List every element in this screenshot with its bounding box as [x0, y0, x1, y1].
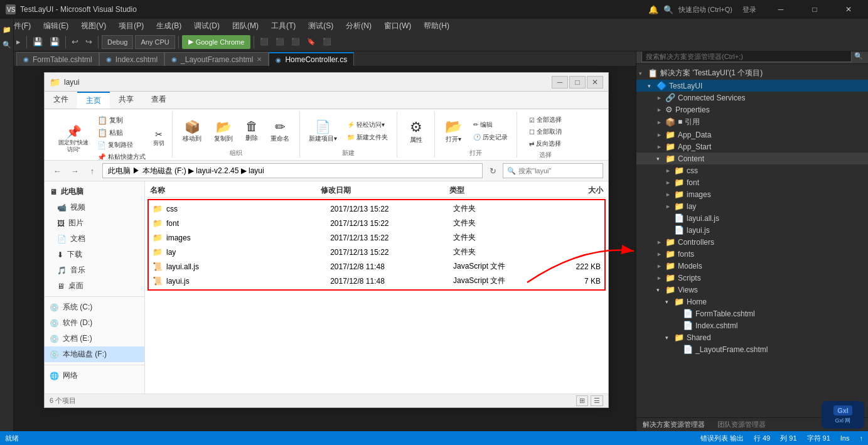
debug-mode-dropdown[interactable]: Debug	[102, 35, 133, 49]
menu-edit[interactable]: 编辑(E)	[37, 19, 75, 33]
ribbon-btn-delete[interactable]: 🗑删除	[240, 118, 263, 144]
ribbon-btn-newfolder[interactable]: 📁新建文件夹	[343, 132, 392, 143]
nav-item-network[interactable]: 🌐网络	[45, 368, 144, 383]
ribbon-btn-moveto[interactable]: 📦移动到	[178, 118, 206, 144]
menu-analyze[interactable]: 分析(N)	[340, 19, 378, 33]
login-label[interactable]: 登录	[737, 5, 761, 14]
se-item-font[interactable]: ► 📁 font	[636, 176, 868, 188]
ribbon-tab-view[interactable]: 查看	[142, 92, 175, 109]
ribbon-btn-cut[interactable]: ✂ 剪切	[151, 128, 167, 149]
menu-team[interactable]: 团队(M)	[226, 19, 265, 33]
fe-minimize-btn[interactable]: ─	[552, 76, 568, 88]
toolbar-extra5[interactable]: ⬛	[320, 36, 334, 47]
search-box[interactable]: 🔍	[503, 163, 603, 178]
file-row-css[interactable]: 📁 css 2017/12/13 15:22 文件夹	[150, 201, 603, 216]
se-footer-tab-team[interactable]: 团队资源管理器	[711, 418, 772, 432]
menu-build[interactable]: 生成(B)	[150, 19, 188, 33]
se-item-appdata[interactable]: ► 📁 App_Data	[636, 129, 868, 141]
minimize-button[interactable]: ─	[766, 0, 795, 19]
fe-view-grid-btn[interactable]: ⊞	[576, 395, 588, 406]
menu-project[interactable]: 项目(P)	[112, 19, 150, 33]
ribbon-btn-invert[interactable]: ⇄反向选择	[525, 138, 565, 149]
nav-item-docs[interactable]: 📄文档	[45, 231, 144, 247]
search-input[interactable]	[518, 167, 599, 174]
nav-forward-btn[interactable]: →	[67, 163, 82, 178]
ribbon-btn-rename[interactable]: ✏重命名	[265, 118, 294, 144]
nav-item-e[interactable]: 💿文档 (E:)	[45, 331, 144, 346]
nav-item-music[interactable]: 🎵音乐	[45, 262, 144, 278]
se-item-css[interactable]: ► 📁 css	[636, 164, 868, 176]
tab-index[interactable]: ◉ Index.cshtml	[99, 52, 164, 66]
ribbon-tab-home[interactable]: 主页	[77, 92, 110, 109]
toolbar-save-all[interactable]: 💾	[47, 36, 62, 48]
ribbon-btn-copy[interactable]: 📋复制	[94, 114, 149, 126]
nav-item-pictures[interactable]: 🖼图片	[45, 215, 144, 231]
maximize-button[interactable]: □	[800, 0, 829, 19]
se-item-refs[interactable]: ► 📦 ■ 引用	[636, 115, 868, 129]
se-item-appstart[interactable]: ► 📁 App_Start	[636, 141, 868, 153]
ribbon-btn-selectall[interactable]: ☑全部选择	[525, 114, 565, 126]
toolbar-extra4[interactable]: 🔖	[304, 36, 318, 47]
se-item-layuialljs[interactable]: ► 📄 layui.all.js	[636, 212, 868, 224]
toolbar-extra3[interactable]: ⬛	[289, 36, 303, 47]
se-search-input[interactable]	[641, 51, 852, 62]
menu-test[interactable]: 测试(S)	[302, 19, 340, 33]
tab-homecontroller[interactable]: ◉ HomeController.cs	[269, 52, 354, 66]
se-item-solution[interactable]: ▾ 📋 解决方案 'TestLayUI'(1 个项目)	[636, 67, 868, 80]
menu-debug[interactable]: 调试(D)	[188, 19, 226, 33]
menu-window[interactable]: 窗口(W)	[378, 19, 417, 33]
ribbon-btn-easyaccess[interactable]: ⚡轻松访问▾	[343, 119, 392, 131]
toolbar-undo[interactable]: ↩	[69, 36, 81, 48]
nav-up-btn[interactable]: ↑	[85, 163, 100, 178]
se-item-content[interactable]: ▾ 📁 Content	[636, 153, 868, 164]
fe-maximize-btn[interactable]: □	[569, 76, 586, 88]
ribbon-btn-properties[interactable]: ⚙属性	[405, 118, 427, 146]
se-item-models[interactable]: ► 📁 Models	[636, 260, 868, 272]
se-footer-tab-solution[interactable]: 解决方案资源管理器	[636, 418, 711, 432]
nav-item-video[interactable]: 📹视频	[45, 200, 144, 215]
cpu-dropdown[interactable]: Any CPU	[135, 35, 174, 49]
file-row-lay[interactable]: 📁 lay 2017/12/13 15:22 文件夹	[150, 245, 603, 259]
menu-help[interactable]: 帮助(H)	[417, 19, 456, 33]
sidebar-icon-explorer[interactable]: 📁	[1, 24, 13, 35]
se-item-layuijs[interactable]: ► 📄 layui.js	[636, 224, 868, 236]
nav-item-d[interactable]: 💿软件 (D:)	[45, 315, 144, 331]
ribbon-tab-file[interactable]: 文件	[45, 92, 77, 109]
toolbar-extra2[interactable]: ⬛	[273, 36, 287, 47]
ribbon-btn-history[interactable]: 🕐历史记录	[469, 132, 512, 143]
fe-view-list-btn[interactable]: ☰	[591, 395, 603, 406]
se-item-indexcshtml[interactable]: ► 📄 Index.cshtml	[636, 319, 868, 331]
ribbon-btn-copypath[interactable]: 📄复制路径	[94, 139, 149, 151]
nav-item-downloads[interactable]: ⬇下载	[45, 247, 144, 262]
tab-formtable[interactable]: ◉ FormTable.cshtml	[16, 52, 99, 66]
ribbon-btn-pasteshortcut[interactable]: 📌粘贴快捷方式	[94, 151, 149, 161]
se-item-views[interactable]: ▾ 📁 Views	[636, 284, 868, 296]
toolbar-save[interactable]: 💾	[30, 36, 45, 48]
toolbar-forward[interactable]: ▸	[14, 36, 23, 48]
se-item-properties[interactable]: ► ⚙ Properties	[636, 104, 868, 115]
se-item-connected-services[interactable]: ► 🔗 Connected Services	[636, 92, 868, 104]
ribbon-btn-deselectall[interactable]: ☐全部取消	[525, 126, 565, 137]
nav-item-pc[interactable]: 🖥此电脑	[45, 184, 144, 200]
address-refresh-btn[interactable]: ↻	[485, 163, 500, 178]
toolbar-redo[interactable]: ↪	[83, 36, 95, 48]
se-item-lay[interactable]: ► 📁 lay	[636, 200, 868, 212]
se-item-scripts[interactable]: ► 📁 Scripts	[636, 272, 868, 284]
nav-item-desktop[interactable]: 🖥桌面	[45, 278, 144, 294]
menu-tools[interactable]: 工具(T)	[265, 19, 302, 33]
toolbar-extra1[interactable]: ⬛	[257, 36, 271, 47]
nav-back-btn[interactable]: ←	[50, 163, 65, 178]
se-item-testlayui[interactable]: ▾ 🔷 TestLayUI	[636, 80, 868, 92]
se-item-formtable[interactable]: ► 📄 FormTable.cshtml	[636, 308, 868, 319]
tab-layoutframe[interactable]: ◉ _LayoutFrame.cshtml ✕	[164, 52, 269, 66]
se-item-images[interactable]: ► 📁 images	[636, 188, 868, 200]
ribbon-btn-pin[interactable]: 📌 固定到"快速访问"	[55, 123, 92, 154]
nav-item-f[interactable]: 💿本地磁盘 (F:)	[45, 346, 144, 362]
tab-close-layout[interactable]: ✕	[257, 56, 262, 63]
file-row-layuiall[interactable]: 📜 layui.all.js 2017/12/8 11:48 JavaScrip…	[150, 259, 603, 274]
ribbon-btn-open[interactable]: 📂打开▾	[440, 117, 467, 145]
se-item-shared[interactable]: ▾ 📁 Shared	[636, 331, 868, 343]
fe-close-btn[interactable]: ✕	[587, 76, 603, 88]
start-button[interactable]: ▶ Google Chrome	[182, 35, 251, 49]
quick-launch-label[interactable]: 快速启动 (Ctrl+Q)	[678, 5, 732, 14]
